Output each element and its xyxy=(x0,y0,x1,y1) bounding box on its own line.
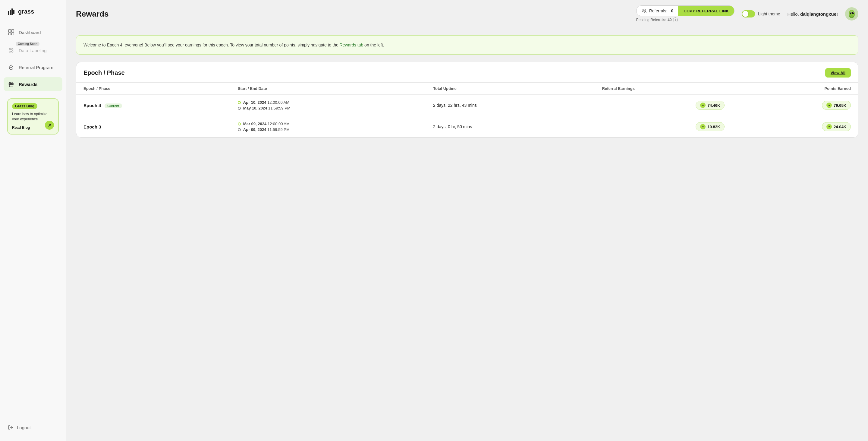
data-labeling-icon xyxy=(8,47,14,54)
sidebar-item-referral-program[interactable]: Referral Program xyxy=(4,60,62,74)
sidebar-item-label-data-labeling: Data Labeling xyxy=(19,48,47,53)
table-row: Epoch 4 Current Apr 10, 2024 12:00:00 AM xyxy=(76,95,858,116)
rewards-tab-link[interactable]: Rewards tab xyxy=(340,42,364,47)
table-header-row: Epoch / Phase Start / End Date Total Upt… xyxy=(76,83,858,95)
theme-toggle-switch[interactable] xyxy=(742,10,755,18)
svg-point-19 xyxy=(643,9,644,11)
epoch-3-referral-pill: ● 19.82K xyxy=(695,122,724,131)
epoch-3-referral-earnings: ● 19.82K xyxy=(595,116,732,138)
referral-icon xyxy=(8,64,14,70)
epoch-4-points-earned: ● 79.65K xyxy=(732,95,858,116)
coin-icon-pts-4: ● xyxy=(827,102,832,108)
toggle-knob xyxy=(742,11,748,17)
sidebar-item-rewards[interactable]: Rewards xyxy=(4,77,62,91)
epoch-3-name-cell: Epoch 3 xyxy=(76,116,230,138)
notice-text-2: on the left. xyxy=(363,42,384,47)
epoch-4-name-cell: Epoch 4 Current xyxy=(76,95,230,116)
epoch-table-header: Epoch / Phase View All xyxy=(76,62,858,82)
svg-rect-2 xyxy=(11,8,13,15)
epoch-4-end-date-row: May 10, 2024 11:59:59 PM xyxy=(238,106,418,110)
view-all-button[interactable]: View All xyxy=(825,68,851,78)
coin-icon-ref-4: ● xyxy=(700,102,706,108)
theme-toggle-area: Light theme xyxy=(742,10,780,18)
epoch-table-card: Epoch / Phase View All Epoch / Phase Sta… xyxy=(76,62,858,138)
epoch-4-dates: Apr 10, 2024 12:00:00 AM May 10, 2024 11… xyxy=(238,100,418,110)
logout-label: Logout xyxy=(17,425,31,430)
svg-rect-0 xyxy=(8,11,9,15)
table-head: Epoch / Phase Start / End Date Total Upt… xyxy=(76,83,858,95)
referral-people-icon xyxy=(641,8,647,13)
epoch-3-dates: Mar 09, 2024 12:00:00 AM Apr 09, 2024 11… xyxy=(238,122,418,132)
current-badge: Current xyxy=(104,104,122,108)
main-area: Rewards Referrals: 0 COPY REFERRA xyxy=(66,0,868,441)
epoch-3-uptime: 2 days, 0 hr, 50 mins xyxy=(426,116,595,138)
sidebar-item-label-rewards: Rewards xyxy=(19,82,38,87)
svg-point-8 xyxy=(9,49,11,50)
svg-rect-1 xyxy=(10,10,11,15)
page-title: Rewards xyxy=(76,9,108,19)
pending-info-icon[interactable]: i xyxy=(673,18,678,22)
epoch-notice: Welcome to Epoch 4, everyone! Below you'… xyxy=(76,35,858,55)
referrals-wrapper: Referrals: 0 COPY REFERRAL LINK Pending … xyxy=(636,5,735,22)
pending-referrals-area: Pending Referrals: 40 i xyxy=(636,18,735,22)
svg-rect-5 xyxy=(11,30,14,32)
read-blog-button[interactable]: ↗ xyxy=(45,121,54,130)
coming-soon-badge: Coming Soon xyxy=(16,41,39,46)
epoch-4-uptime: 2 days, 22 hrs, 43 mins xyxy=(426,95,595,116)
end-dot xyxy=(238,128,241,131)
col-start-end-date: Start / End Date xyxy=(230,83,426,95)
epoch-4-end-date: May 10, 2024 11:59:59 PM xyxy=(243,106,290,110)
col-referral-earnings: Referral Earnings xyxy=(595,83,732,95)
epoch-3-name: Epoch 3 xyxy=(84,124,101,129)
referrals-text-label: Referrals: xyxy=(649,8,668,13)
logo-text: grass xyxy=(18,8,34,15)
epoch-4-name: Epoch 4 xyxy=(84,103,101,108)
dashboard-icon xyxy=(8,29,14,36)
epoch-3-end-date: Apr 09, 2024 11:59:59 PM xyxy=(243,127,290,132)
referrals-box: Referrals: 0 COPY REFERRAL LINK xyxy=(636,5,735,16)
svg-point-11 xyxy=(12,51,13,53)
grass-blog-card: Grass Blog Learn how to optimize your ex… xyxy=(7,98,59,135)
epoch-4-dates-cell: Apr 10, 2024 12:00:00 AM May 10, 2024 11… xyxy=(230,95,426,116)
rewards-icon xyxy=(8,81,14,87)
table-row: Epoch 3 Mar 09, 2024 12:00:00 AM A xyxy=(76,116,858,138)
svg-point-9 xyxy=(12,49,13,50)
col-total-uptime: Total Uptime xyxy=(426,83,595,95)
header: Rewards Referrals: 0 COPY REFERRA xyxy=(66,0,868,28)
svg-point-27 xyxy=(853,12,854,13)
user-avatar[interactable] xyxy=(845,7,858,21)
epoch-3-points-earned: ● 24.04K xyxy=(732,116,858,138)
sidebar-item-label-referral: Referral Program xyxy=(19,65,53,70)
pending-referrals-label: Pending Referrals: xyxy=(636,18,666,22)
theme-label: Light theme xyxy=(758,11,780,16)
copy-referral-button[interactable]: COPY REFERRAL LINK xyxy=(678,6,734,16)
sidebar: grass Dashboard Coming Soon xyxy=(0,0,66,441)
svg-point-10 xyxy=(9,51,11,53)
sidebar-item-data-labeling[interactable]: Coming Soon Data Labeling xyxy=(4,43,62,57)
sidebar-item-dashboard[interactable]: Dashboard xyxy=(4,25,62,39)
epoch-3-start-date-row: Mar 09, 2024 12:00:00 AM xyxy=(238,122,418,126)
svg-rect-17 xyxy=(9,85,13,87)
sidebar-item-label-dashboard: Dashboard xyxy=(19,30,41,35)
epoch-4-referral-earnings: ● 74.46K xyxy=(595,95,732,116)
epoch-3-points-pill: ● 24.04K xyxy=(822,122,851,131)
epoch-table: Epoch / Phase Start / End Date Total Upt… xyxy=(76,82,858,137)
notice-text-1: Welcome to Epoch 4, everyone! Below you'… xyxy=(84,42,340,47)
svg-rect-7 xyxy=(11,33,14,35)
epoch-3-end-date-row: Apr 09, 2024 11:59:59 PM xyxy=(238,127,418,132)
epoch-4-start-date: Apr 10, 2024 12:00:00 AM xyxy=(243,100,289,105)
coin-icon-pts-3: ● xyxy=(827,124,832,129)
start-dot xyxy=(238,122,241,125)
navigation: Dashboard Coming Soon Data Labeling xyxy=(0,25,66,421)
svg-rect-6 xyxy=(8,33,11,35)
epoch-3-dates-cell: Mar 09, 2024 12:00:00 AM Apr 09, 2024 11… xyxy=(230,116,426,138)
pending-referrals-count: 40 xyxy=(668,18,672,22)
epoch-4-start-date-row: Apr 10, 2024 12:00:00 AM xyxy=(238,100,418,105)
logout-button[interactable]: Logout xyxy=(4,421,62,434)
grass-blog-title: Grass Blog xyxy=(12,103,37,109)
logo-area: grass xyxy=(0,7,66,25)
coin-icon-ref-3: ● xyxy=(700,124,706,129)
epoch-table-title: Epoch / Phase xyxy=(84,69,125,76)
sidebar-bottom: Logout xyxy=(0,421,66,434)
svg-point-26 xyxy=(850,12,851,13)
